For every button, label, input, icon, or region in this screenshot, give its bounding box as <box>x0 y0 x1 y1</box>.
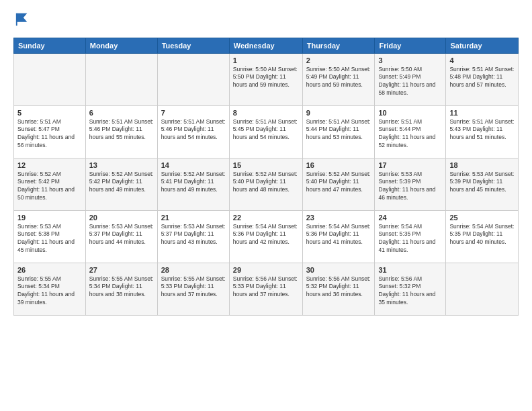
day-info: Sunrise: 5:53 AM Sunset: 5:39 PM Dayligh… <box>449 171 515 195</box>
day-info: Sunrise: 5:50 AM Sunset: 5:49 PM Dayligh… <box>378 66 442 98</box>
day-number: 30 <box>306 266 371 274</box>
day-info: Sunrise: 5:55 AM Sunset: 5:33 PM Dayligh… <box>161 275 226 300</box>
day-cell: 6Sunrise: 5:51 AM Sunset: 5:46 PM Daylig… <box>85 105 157 158</box>
week-row-3: 19Sunrise: 5:53 AM Sunset: 5:38 PM Dayli… <box>14 210 519 263</box>
day-number: 3 <box>378 56 442 64</box>
day-number: 13 <box>89 161 154 169</box>
day-info: Sunrise: 5:51 AM Sunset: 5:45 PM Dayligh… <box>233 118 299 142</box>
day-number: 15 <box>233 161 299 169</box>
day-cell: 7Sunrise: 5:51 AM Sunset: 5:46 PM Daylig… <box>157 105 229 158</box>
day-cell: 1Sunrise: 5:50 AM Sunset: 5:50 PM Daylig… <box>229 53 302 105</box>
weekday-header-friday: Friday <box>375 38 446 53</box>
day-cell: 19Sunrise: 5:53 AM Sunset: 5:38 PM Dayli… <box>14 210 86 263</box>
day-cell: 16Sunrise: 5:52 AM Sunset: 5:40 PM Dayli… <box>302 158 375 210</box>
day-number: 19 <box>17 214 82 222</box>
day-info: Sunrise: 5:54 AM Sunset: 5:36 PM Dayligh… <box>233 223 299 247</box>
day-cell: 30Sunrise: 5:56 AM Sunset: 5:32 PM Dayli… <box>302 263 375 315</box>
day-number: 26 <box>17 266 82 274</box>
day-info: Sunrise: 5:54 AM Sunset: 5:36 PM Dayligh… <box>306 223 371 247</box>
day-number: 7 <box>161 109 226 117</box>
day-number: 21 <box>161 214 226 222</box>
day-info: Sunrise: 5:53 AM Sunset: 5:39 PM Dayligh… <box>378 171 442 203</box>
day-number: 24 <box>378 214 442 222</box>
day-info: Sunrise: 5:55 AM Sunset: 5:34 PM Dayligh… <box>17 275 82 308</box>
day-cell: 28Sunrise: 5:55 AM Sunset: 5:33 PM Dayli… <box>157 263 229 315</box>
day-info: Sunrise: 5:51 AM Sunset: 5:47 PM Dayligh… <box>17 118 82 150</box>
week-row-0: 1Sunrise: 5:50 AM Sunset: 5:50 PM Daylig… <box>14 53 519 105</box>
day-cell: 18Sunrise: 5:53 AM Sunset: 5:39 PM Dayli… <box>446 158 519 210</box>
day-cell: 20Sunrise: 5:53 AM Sunset: 5:37 PM Dayli… <box>85 210 157 263</box>
day-number: 27 <box>89 266 154 274</box>
day-number: 2 <box>306 56 371 64</box>
day-cell: 14Sunrise: 5:52 AM Sunset: 5:41 PM Dayli… <box>157 158 229 210</box>
day-number: 10 <box>378 109 442 117</box>
day-info: Sunrise: 5:51 AM Sunset: 5:44 PM Dayligh… <box>306 118 371 142</box>
day-info: Sunrise: 5:52 AM Sunset: 5:40 PM Dayligh… <box>306 171 371 195</box>
page: SundayMondayTuesdayWednesdayThursdayFrid… <box>0 0 532 411</box>
day-info: Sunrise: 5:51 AM Sunset: 5:46 PM Dayligh… <box>161 118 226 142</box>
day-info: Sunrise: 5:51 AM Sunset: 5:46 PM Dayligh… <box>89 118 154 142</box>
day-cell <box>14 53 86 105</box>
day-number: 1 <box>233 56 299 64</box>
day-info: Sunrise: 5:52 AM Sunset: 5:42 PM Dayligh… <box>89 171 154 195</box>
day-info: Sunrise: 5:51 AM Sunset: 5:44 PM Dayligh… <box>378 118 442 150</box>
day-cell: 24Sunrise: 5:54 AM Sunset: 5:35 PM Dayli… <box>375 210 446 263</box>
day-info: Sunrise: 5:50 AM Sunset: 5:50 PM Dayligh… <box>233 66 299 90</box>
week-row-2: 12Sunrise: 5:52 AM Sunset: 5:42 PM Dayli… <box>14 158 519 210</box>
day-cell: 5Sunrise: 5:51 AM Sunset: 5:47 PM Daylig… <box>14 105 86 158</box>
day-info: Sunrise: 5:52 AM Sunset: 5:40 PM Dayligh… <box>233 171 299 195</box>
day-cell: 13Sunrise: 5:52 AM Sunset: 5:42 PM Dayli… <box>85 158 157 210</box>
header <box>13 12 519 31</box>
day-info: Sunrise: 5:51 AM Sunset: 5:43 PM Dayligh… <box>449 118 515 142</box>
day-cell: 15Sunrise: 5:52 AM Sunset: 5:40 PM Dayli… <box>229 158 302 210</box>
day-cell: 23Sunrise: 5:54 AM Sunset: 5:36 PM Dayli… <box>302 210 375 263</box>
day-number: 31 <box>378 266 442 274</box>
day-cell: 3Sunrise: 5:50 AM Sunset: 5:49 PM Daylig… <box>375 53 446 105</box>
day-number: 20 <box>89 214 154 222</box>
day-cell: 26Sunrise: 5:55 AM Sunset: 5:34 PM Dayli… <box>14 263 86 315</box>
day-cell: 9Sunrise: 5:51 AM Sunset: 5:44 PM Daylig… <box>302 105 375 158</box>
logo-flag-icon <box>15 12 30 27</box>
day-cell: 25Sunrise: 5:54 AM Sunset: 5:35 PM Dayli… <box>446 210 519 263</box>
day-cell: 2Sunrise: 5:50 AM Sunset: 5:49 PM Daylig… <box>302 53 375 105</box>
day-number: 25 <box>449 214 515 222</box>
day-number: 28 <box>161 266 226 274</box>
day-number: 18 <box>449 161 515 169</box>
weekday-header-tuesday: Tuesday <box>157 38 229 53</box>
day-number: 4 <box>449 56 515 64</box>
day-cell: 21Sunrise: 5:53 AM Sunset: 5:37 PM Dayli… <box>157 210 229 263</box>
weekday-header-sunday: Sunday <box>14 38 86 53</box>
day-number: 16 <box>306 161 371 169</box>
day-info: Sunrise: 5:56 AM Sunset: 5:32 PM Dayligh… <box>306 275 371 300</box>
day-info: Sunrise: 5:54 AM Sunset: 5:35 PM Dayligh… <box>378 223 442 255</box>
day-cell: 22Sunrise: 5:54 AM Sunset: 5:36 PM Dayli… <box>229 210 302 263</box>
weekday-header-row: SundayMondayTuesdayWednesdayThursdayFrid… <box>14 38 519 53</box>
day-info: Sunrise: 5:52 AM Sunset: 5:41 PM Dayligh… <box>161 171 226 195</box>
day-cell: 4Sunrise: 5:51 AM Sunset: 5:48 PM Daylig… <box>446 53 519 105</box>
day-cell: 17Sunrise: 5:53 AM Sunset: 5:39 PM Dayli… <box>375 158 446 210</box>
logo <box>13 12 30 31</box>
week-row-4: 26Sunrise: 5:55 AM Sunset: 5:34 PM Dayli… <box>14 263 519 315</box>
day-cell <box>157 53 229 105</box>
day-number: 9 <box>306 109 371 117</box>
calendar-table: SundayMondayTuesdayWednesdayThursdayFrid… <box>13 38 519 316</box>
day-info: Sunrise: 5:51 AM Sunset: 5:48 PM Dayligh… <box>449 66 515 90</box>
day-info: Sunrise: 5:55 AM Sunset: 5:34 PM Dayligh… <box>89 275 154 300</box>
weekday-header-monday: Monday <box>85 38 157 53</box>
day-cell: 31Sunrise: 5:56 AM Sunset: 5:32 PM Dayli… <box>375 263 446 315</box>
day-cell <box>85 53 157 105</box>
day-info: Sunrise: 5:53 AM Sunset: 5:37 PM Dayligh… <box>161 223 226 247</box>
day-info: Sunrise: 5:53 AM Sunset: 5:37 PM Dayligh… <box>89 223 154 247</box>
week-row-1: 5Sunrise: 5:51 AM Sunset: 5:47 PM Daylig… <box>14 105 519 158</box>
logo-text <box>13 12 30 31</box>
day-cell: 8Sunrise: 5:51 AM Sunset: 5:45 PM Daylig… <box>229 105 302 158</box>
day-info: Sunrise: 5:56 AM Sunset: 5:32 PM Dayligh… <box>378 275 442 308</box>
weekday-header-thursday: Thursday <box>302 38 375 53</box>
day-info: Sunrise: 5:54 AM Sunset: 5:35 PM Dayligh… <box>449 223 515 247</box>
weekday-header-saturday: Saturday <box>446 38 519 53</box>
day-cell <box>446 263 519 315</box>
weekday-header-wednesday: Wednesday <box>229 38 302 53</box>
day-number: 11 <box>449 109 515 117</box>
day-cell: 10Sunrise: 5:51 AM Sunset: 5:44 PM Dayli… <box>375 105 446 158</box>
day-number: 12 <box>17 161 82 169</box>
